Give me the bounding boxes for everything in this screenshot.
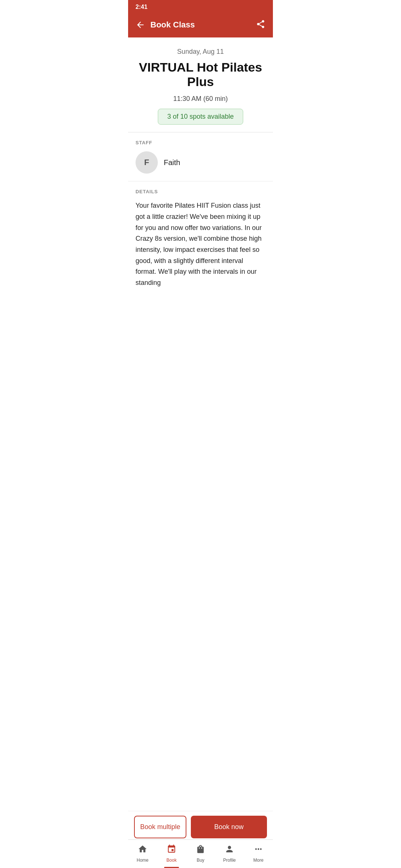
details-section: DETAILS Your favorite Pilates HIIT Fusio… xyxy=(128,181,273,296)
nav-label-more: More xyxy=(253,858,263,863)
class-info-section: Sunday, Aug 11 VIRTUAL Hot Pilates Plus … xyxy=(128,37,273,132)
share-icon xyxy=(256,19,265,29)
header: Book Class xyxy=(128,13,273,37)
nav-label-home: Home xyxy=(137,858,149,863)
header-left: Book Class xyxy=(134,19,195,31)
nav-item-profile[interactable]: Profile xyxy=(215,843,244,864)
back-icon xyxy=(136,20,145,30)
book-icon xyxy=(167,844,176,856)
nav-item-book[interactable]: Book xyxy=(157,843,186,864)
status-bar: 2:41 xyxy=(128,0,273,13)
class-time: 11:30 AM (60 min) xyxy=(136,95,265,103)
nav-item-buy[interactable]: Buy xyxy=(186,843,215,864)
staff-name: Faith xyxy=(164,158,180,167)
status-time: 2:41 xyxy=(136,4,147,10)
home-icon xyxy=(138,844,147,856)
book-now-button[interactable]: Book now xyxy=(191,816,267,838)
staff-section: STAFF F Faith xyxy=(128,132,273,181)
staff-section-title: STAFF xyxy=(136,140,265,145)
class-date: Sunday, Aug 11 xyxy=(136,48,265,56)
back-button[interactable] xyxy=(134,19,147,31)
buy-icon xyxy=(196,844,205,856)
nav-item-home[interactable]: Home xyxy=(128,843,157,864)
action-buttons-bar: Book multiple Book now xyxy=(128,811,273,843)
details-description: Your favorite Pilates HIIT Fusion class … xyxy=(136,200,265,289)
profile-icon xyxy=(225,844,234,856)
staff-avatar: F xyxy=(136,151,158,174)
spots-available-badge: 3 of 10 spots available xyxy=(158,109,243,125)
bottom-nav: Home Book Buy Profile More xyxy=(128,839,273,868)
share-button[interactable] xyxy=(254,18,267,32)
details-section-title: DETAILS xyxy=(136,189,265,194)
book-multiple-button[interactable]: Book multiple xyxy=(134,816,186,838)
more-icon xyxy=(254,844,263,856)
nav-label-book: Book xyxy=(166,858,176,863)
header-title: Book Class xyxy=(150,20,195,30)
staff-row: F Faith xyxy=(136,151,265,174)
nav-item-more[interactable]: More xyxy=(244,843,273,864)
main-content: Sunday, Aug 11 VIRTUAL Hot Pilates Plus … xyxy=(128,37,273,333)
class-name: VIRTUAL Hot Pilates Plus xyxy=(136,60,265,89)
nav-label-profile: Profile xyxy=(223,858,236,863)
nav-label-buy: Buy xyxy=(197,858,205,863)
